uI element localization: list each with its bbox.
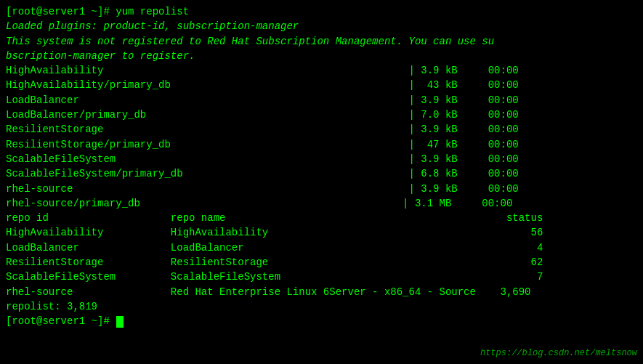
repolist: repolist: 3,819 (6, 299, 637, 314)
repo10: rhel-source/primary_db | 3.1 MB 00:00 (6, 196, 637, 211)
cursor (116, 316, 124, 328)
header: repo id repo name status (6, 211, 637, 225)
warning-line2: bscription-manager to register. (6, 49, 637, 63)
watermark: https://blog.csdn.net/meltsnow (480, 348, 637, 358)
entry2: LoadBalancer LoadBalancer 4 (6, 240, 637, 255)
repo3: LoadBalancer | 3.9 kB 00:00 (6, 93, 637, 108)
repo5: ResilientStorage | 3.9 kB 00:00 (6, 122, 637, 137)
entry4: ScalableFileSystem ScalableFileSystem 7 (6, 270, 637, 284)
repo2: HighAvailability/primary_db | 43 kB 00:0… (6, 78, 637, 92)
repo6: ResilientStorage/primary_db | 47 kB 00:0… (6, 137, 637, 152)
cmd-line: [root@server1 ~]# yum repolist (6, 4, 637, 19)
repo1: HighAvailability | 3.9 kB 00:00 (6, 63, 637, 78)
repo9: rhel-source | 3.9 kB 00:00 (6, 182, 637, 196)
entry5: rhel-source Red Hat Enterprise Linux 6Se… (6, 285, 637, 299)
warning-line1: This system is not registered to Red Hat… (6, 34, 637, 49)
terminal-window: [root@server1 ~]# yum repolistLoaded plu… (0, 0, 643, 364)
repo7: ScalableFileSystem | 3.9 kB 00:00 (6, 152, 637, 166)
entry3: ResilientStorage ResilientStorage 62 (6, 255, 637, 270)
plugins-line: Loaded plugins: product-id, subscription… (6, 19, 637, 33)
prompt: [root@server1 ~]# (6, 314, 637, 328)
repo8: ScalableFileSystem/primary_db | 6.8 kB 0… (6, 166, 637, 181)
entry1: HighAvailability HighAvailability 56 (6, 225, 637, 240)
repo4: LoadBalancer/primary_db | 7.0 kB 00:00 (6, 108, 637, 122)
